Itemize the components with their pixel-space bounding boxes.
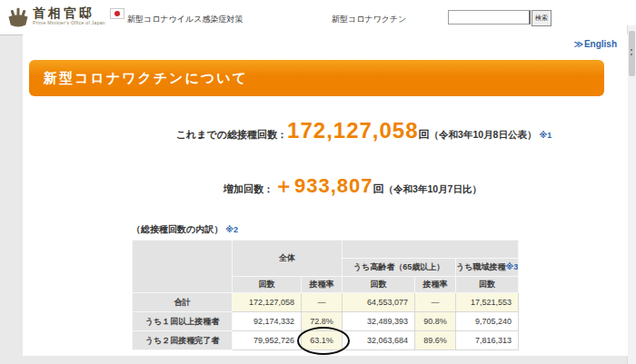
cumulative-doses-unit: 回 [419,128,430,141]
cumulative-doses-value: 172,127,058 [287,118,418,143]
cell-first-rate-elderly: 90.8% [415,312,456,331]
table-row-first-dose: うち１回以上接種者 92,174,332 72.8% 32,489,393 90… [133,312,519,331]
vaccination-table-wrapper: 全体 うち高齢者（65歳以上） うち職域接種※3 回数 接種率 回数 接種率 回… [132,240,519,350]
row-label-total: 合計 [133,293,233,312]
nav-item-covid-measures[interactable]: 新型コロナウイルス感染症対策 [127,14,243,25]
cell-first-doses-overall: 92,174,332 [233,312,302,331]
logo-text: 首相官邸 Prime Minister's Office of Japan [33,5,105,25]
footnote-ref-1[interactable]: ※1 [539,131,552,140]
increase-doses-value: ＋933,807 [273,174,373,197]
site-header: 首相官邸 Prime Minister's Office of Japan 新型… [0,0,636,35]
cumulative-doses-line: これまでの総接種回数：172,127,058回（令和3年10月8日公表）※1 [23,118,628,143]
increase-doses-label: 増加回数： [224,183,273,194]
cell-total-rate-overall: ― [302,293,343,312]
search-box: 検索 [448,10,552,26]
cell-first-rate-overall: 72.8% [302,312,343,331]
table-corner-cell [133,241,233,293]
paulownia-crest-icon [7,7,29,29]
cumulative-doses-label: これまでの総接種回数： [176,129,287,140]
search-button[interactable]: 検索 [532,10,552,26]
english-link-label: English [584,39,617,49]
page-title: 新型コロナワクチンについて [44,60,248,96]
subheader-doses-overall: 回数 [233,277,302,293]
chevron-right-icon: ≫ [573,39,582,49]
cell-full-doses-overall: 79,952,726 [233,331,302,350]
col-group-workplace-label: うち職域接種 [456,262,505,271]
table-caption: （総接種回数の内訳）※2 [132,223,238,236]
footnote-ref-3[interactable]: ※3 [505,262,518,271]
logo-subtitle: Prime Minister's Office of Japan [33,20,105,25]
logo-title: 首相官邸 [33,5,105,20]
cell-total-doses-workplace: 17,521,553 [456,293,519,312]
col-group-elderly: うち高齢者（65歳以上） [343,259,456,277]
japan-flag-icon [110,8,124,19]
cell-full-rate-elderly: 89.6% [415,331,456,350]
increase-doses-unit: 回 [373,182,384,195]
cell-full-doses-workplace: 7,816,313 [456,331,519,350]
header-top-strip [343,241,519,259]
cell-total-doses-overall: 172,127,058 [233,293,302,312]
kantei-logo[interactable]: 首相官邸 Prime Minister's Office of Japan [7,5,124,29]
cell-first-doses-elderly: 32,489,393 [343,312,415,331]
cumulative-doses-date-note: （令和3年10月8日公表） [430,129,537,140]
table-row-total: 合計 172,127,058 ― 64,553,077 ― 17,521,553 [133,293,519,312]
browser-page: 首相官邸 Prime Minister's Office of Japan 新型… [0,0,636,364]
table-row-fully-vaccinated: うち２回接種完了者 79,952,726 63.1% 32,063,684 89… [133,331,519,350]
increase-doses-line: 増加回数：＋933,807回（令和3年10月7日比） [23,172,628,200]
cell-full-rate-overall: 63.1% [302,331,343,350]
search-input[interactable] [448,10,531,25]
row-label-fully-vaccinated: うち２回接種完了者 [133,331,233,350]
english-language-link[interactable]: ≫English [573,39,617,49]
increase-doses-date-note: （令和3年10月7日比） [384,183,482,194]
col-group-workplace: うち職域接種※3 [456,259,519,277]
footnote-ref-2[interactable]: ※2 [225,225,238,234]
vaccination-breakdown-table: 全体 うち高齢者（65歳以上） うち職域接種※3 回数 接種率 回数 接種率 回… [132,240,519,350]
subheader-doses-elderly: 回数 [343,277,415,293]
cell-total-rate-elderly: ― [415,293,456,312]
cell-first-doses-workplace: 9,705,240 [456,312,519,331]
row-label-first-dose: うち１回以上接種者 [133,312,233,331]
subheader-rate-overall: 接種率 [302,277,343,293]
subheader-doses-workplace: 回数 [456,277,519,293]
vertical-scrollbar[interactable] [627,25,636,364]
content-panel: ≫English 新型コロナワクチンについて これまでの総接種回数：172,12… [23,34,628,356]
nav-item-covid-vaccine[interactable]: 新型コロナワクチン [332,14,406,25]
scrollbar-thumb[interactable] [629,31,635,76]
page-title-banner: 新型コロナワクチンについて [29,60,604,96]
col-group-overall: 全体 [233,241,343,277]
cell-total-doses-elderly: 64,553,077 [343,293,415,312]
table-caption-text: （総接種回数の内訳） [132,224,223,234]
cell-full-doses-elderly: 32,063,684 [343,331,415,350]
subheader-rate-elderly: 接種率 [415,277,456,293]
